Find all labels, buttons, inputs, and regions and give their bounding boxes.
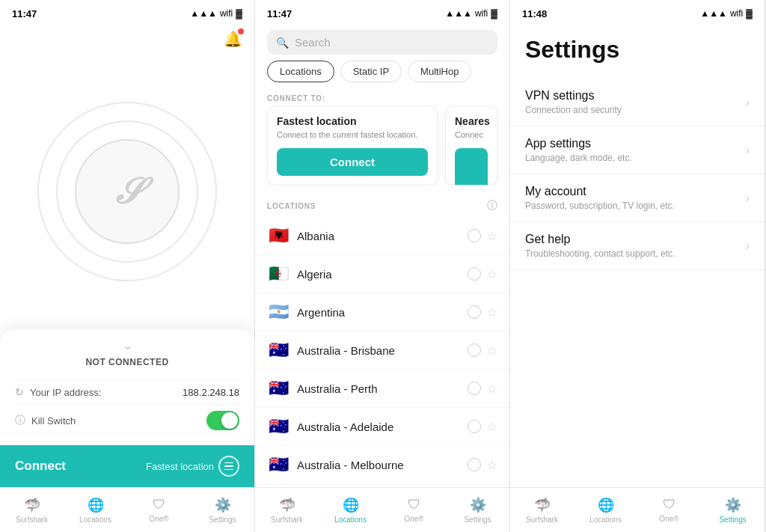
favorite-icon[interactable]: ☆ bbox=[487, 458, 497, 472]
radio-button[interactable] bbox=[468, 382, 481, 395]
location-actions: ☆ bbox=[468, 229, 497, 243]
fastest-location-label: Fastest location bbox=[146, 456, 239, 477]
vpn-settings-left: VPN settings Connection and security bbox=[525, 89, 622, 115]
signal-icon: ▲▲▲ bbox=[190, 8, 217, 19]
tab-surfshark-2[interactable]: 🦈 Surfshark bbox=[255, 497, 319, 524]
fastest-card-subtitle: Connect to the current fastest location. bbox=[277, 130, 428, 139]
battery-icon: ▓ bbox=[236, 8, 242, 19]
menu-line-1 bbox=[224, 462, 233, 464]
location-list: 🇦🇱 Albania ☆ 🇩🇿 Algeria ☆ 🇦🇷 Argen bbox=[255, 217, 509, 487]
connect-bar[interactable]: Connect Fastest location bbox=[0, 445, 254, 487]
location-actions: ☆ bbox=[468, 458, 497, 472]
tab-one-2[interactable]: 🛡 One® bbox=[382, 497, 446, 523]
location-tabs: Locations Static IP MultiHop bbox=[255, 61, 509, 82]
settings-tab-label-2: Settings bbox=[464, 516, 491, 524]
list-item[interactable]: 🇦🇺 Australia - Perth ☆ bbox=[255, 370, 509, 408]
surfshark-tab-label: Surfshark bbox=[16, 516, 48, 524]
kill-switch-toggle[interactable] bbox=[206, 411, 239, 430]
settings-item-vpn[interactable]: VPN settings Connection and security › bbox=[510, 79, 765, 126]
tab-one-1[interactable]: 🛡 One® bbox=[127, 497, 191, 523]
locations-section-label: LOCATIONS bbox=[267, 202, 316, 210]
ip-row: ↻ Your IP address: 188.2.248.18 bbox=[15, 379, 239, 404]
favorite-icon[interactable]: ☆ bbox=[487, 267, 497, 281]
tab-locations-1[interactable]: 🌐 Locations bbox=[64, 497, 127, 524]
radio-button[interactable] bbox=[468, 229, 481, 242]
signal-icon-2: ▲▲▲ bbox=[445, 8, 472, 19]
settings-item-help[interactable]: Get help Troubleshooting, contact suppor… bbox=[510, 222, 765, 270]
location-name: Australia - Melbourne bbox=[297, 459, 460, 471]
favorite-icon[interactable]: ☆ bbox=[487, 229, 497, 243]
status-bar-1: 11:47 ▲▲▲ wifi ▓ bbox=[0, 0, 254, 24]
settings-item-app[interactable]: App settings Language, dark mode, etc. › bbox=[510, 126, 765, 174]
nearest-card-subtitle: Connec bbox=[455, 130, 488, 139]
search-bar[interactable]: 🔍 Search bbox=[267, 30, 497, 55]
account-settings-sub: Password, subscription, TV login, etc. bbox=[525, 201, 675, 211]
radio-button[interactable] bbox=[468, 458, 481, 471]
panel2-content: 🔍 Search Locations Static IP MultiHop CO… bbox=[255, 24, 509, 532]
notification-dot bbox=[238, 28, 244, 34]
list-item[interactable]: 🇩🇿 Algeria ☆ bbox=[255, 255, 509, 293]
surfshark-tab-label-2: Surfshark bbox=[271, 516, 303, 524]
bell-icon[interactable]: 🔔 bbox=[224, 30, 242, 48]
status-time-1: 11:47 bbox=[12, 8, 37, 19]
settings-page-title: Settings bbox=[510, 24, 765, 79]
nearest-connect-button[interactable] bbox=[455, 148, 488, 186]
radio-button[interactable] bbox=[468, 420, 481, 433]
chevron-right-icon-3: › bbox=[746, 192, 750, 205]
vpn-settings-title: VPN settings bbox=[525, 89, 622, 103]
list-item[interactable]: 🇦🇺 Australia - Melbourne ☆ bbox=[255, 446, 509, 484]
list-item[interactable]: 🇦🇱 Albania ☆ bbox=[255, 217, 509, 255]
settings-tab-icon: ⚙️ bbox=[215, 497, 231, 513]
favorite-icon[interactable]: ☆ bbox=[487, 343, 497, 358]
one-tab-icon-2: 🛡 bbox=[408, 497, 421, 513]
radio-button[interactable] bbox=[468, 343, 481, 357]
locations-tab-icon: 🌐 bbox=[88, 497, 104, 513]
tab-locations-3[interactable]: 🌐 Locations bbox=[574, 497, 637, 524]
settings-item-account[interactable]: My account Password, subscription, TV lo… bbox=[510, 174, 765, 222]
fastest-connect-button[interactable]: Connect bbox=[277, 148, 428, 176]
settings-tab-label: Settings bbox=[209, 516, 236, 524]
list-item[interactable]: 🇦🇺 Australia - Brisbane ☆ bbox=[255, 331, 509, 370]
search-icon: 🔍 bbox=[276, 37, 289, 49]
favorite-icon[interactable]: ☆ bbox=[487, 420, 497, 434]
account-settings-title: My account bbox=[525, 185, 675, 198]
nearest-card[interactable]: Neares Connec bbox=[445, 106, 497, 186]
tab-static-ip[interactable]: Static IP bbox=[340, 61, 402, 82]
chevron-area[interactable]: ⌄ bbox=[15, 338, 239, 352]
radio-button[interactable] bbox=[468, 305, 481, 319]
app-settings-left: App settings Language, dark mode, etc. bbox=[525, 137, 632, 163]
connect-button-text: Connect bbox=[15, 459, 66, 474]
tab-one-3[interactable]: 🛡 One® bbox=[637, 497, 701, 523]
one-tab-label-2: One® bbox=[404, 515, 423, 523]
radio-button[interactable] bbox=[468, 267, 481, 281]
panel-settings: 11:48 ▲▲▲ wifi ▓ Settings VPN settings C… bbox=[510, 0, 765, 532]
kill-switch-label: Kill Switch bbox=[31, 415, 76, 426]
fastest-location-card[interactable]: Fastest location Connect to the current … bbox=[267, 106, 438, 186]
menu-icon[interactable] bbox=[218, 456, 239, 477]
surfshark-tab-label-3: Surfshark bbox=[526, 516, 558, 524]
flag-algeria: 🇩🇿 bbox=[267, 264, 289, 284]
location-name: Australia - Perth bbox=[297, 382, 460, 395]
locations-tab-label-2: Locations bbox=[334, 516, 367, 524]
tab-settings-1[interactable]: ⚙️ Settings bbox=[191, 497, 254, 524]
tab-settings-2[interactable]: ⚙️ Settings bbox=[446, 497, 509, 524]
location-name: Argentina bbox=[297, 306, 460, 319]
tab-settings-3[interactable]: ⚙️ Settings bbox=[701, 497, 765, 524]
info-icon: ⓘ bbox=[15, 414, 25, 427]
tab-multihop[interactable]: MultiHop bbox=[408, 61, 471, 82]
tab-locations-filter[interactable]: Locations bbox=[267, 61, 334, 82]
panel1-content: 🔔 𝒮 ⌄ NOT CONNECTED ↻ Your IP address: 1… bbox=[0, 24, 254, 532]
locations-info-icon[interactable]: ⓘ bbox=[487, 199, 497, 213]
locations-header: LOCATIONS ⓘ bbox=[255, 195, 509, 217]
location-actions: ☆ bbox=[468, 267, 497, 281]
favorite-icon[interactable]: ☆ bbox=[487, 305, 497, 319]
tab-surfshark-1[interactable]: 🦈 Surfshark bbox=[0, 497, 64, 524]
flag-australia-melbourne: 🇦🇺 bbox=[267, 455, 289, 474]
list-item[interactable]: 🇦🇺 Australia - Adelaide ☆ bbox=[255, 408, 509, 446]
tab-locations-2[interactable]: 🌐 Locations bbox=[319, 497, 382, 524]
menu-line-2 bbox=[224, 465, 233, 467]
favorite-icon[interactable]: ☆ bbox=[487, 382, 497, 396]
tab-surfshark-3[interactable]: 🦈 Surfshark bbox=[510, 497, 574, 524]
flag-australia-adelaide: 🇦🇺 bbox=[267, 417, 289, 436]
list-item[interactable]: 🇦🇷 Argentina ☆ bbox=[255, 293, 509, 331]
